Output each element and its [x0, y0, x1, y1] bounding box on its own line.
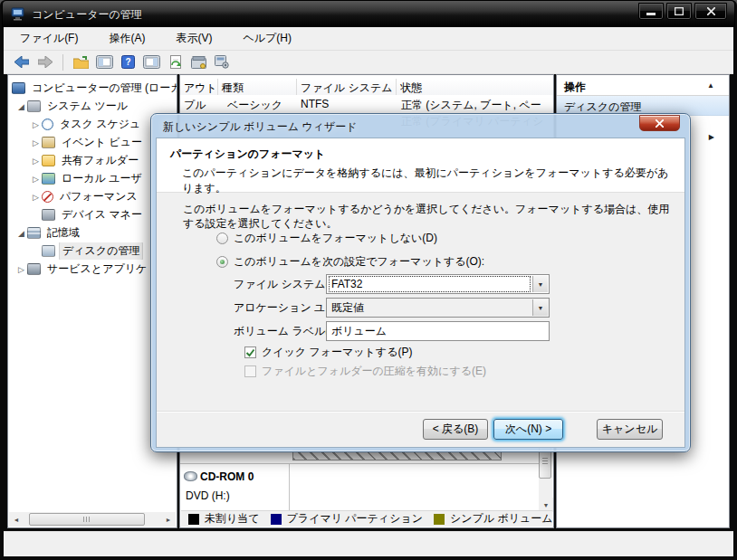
minimize-button[interactable] [638, 3, 664, 20]
legend-swatch-unallocated [188, 514, 199, 525]
divider [157, 411, 684, 413]
system-tools-icon [27, 100, 41, 112]
forward-icon[interactable] [36, 54, 53, 70]
volume-row-cell[interactable]: プル [180, 97, 218, 112]
wizard-page-title: パーティションのフォーマット [170, 147, 325, 162]
volume-list-header: アウト 種類 ファイル システム 状態 [180, 79, 553, 95]
volume-row-cell[interactable]: 正常 (システム, ブート, ペー [397, 97, 553, 112]
event-viewer-icon [42, 137, 55, 148]
shared-folders-icon [42, 155, 55, 166]
tree-collapsed-icon[interactable]: ▷ [30, 138, 42, 147]
performance-icon [42, 191, 53, 203]
new-simple-volume-wizard-dialog: 新しいシンプル ボリューム ウィザード パーティションのフォーマット このパーテ… [150, 113, 691, 452]
radio-no-format[interactable]: このボリュームをフォーマットしない(D) [216, 231, 437, 246]
refresh-icon[interactable] [167, 54, 184, 70]
window-controls [636, 3, 727, 20]
cdrom-drive-letter[interactable]: DVD (H:) [186, 489, 230, 502]
legend-swatch-simple-volume [434, 514, 445, 525]
checkbox-unchecked-icon[interactable] [244, 365, 256, 377]
back-icon[interactable] [13, 54, 30, 70]
radio-selected-icon[interactable] [216, 256, 228, 268]
settings-icon[interactable] [214, 54, 231, 70]
dropdown-arrow-icon[interactable]: ▼ [532, 276, 548, 292]
thumb-grip [542, 458, 548, 465]
window-title: コンピューターの管理 [32, 7, 142, 23]
computer-icon [12, 82, 25, 94]
thumb-grip [83, 517, 91, 522]
allocation-unit-select[interactable]: 既定値 ▼ [326, 298, 550, 318]
radio-label: このボリュームを次の設定でフォーマットする(O): [234, 254, 484, 270]
dialog-body: パーティションのフォーマット このパーティションにデータを格納するには、最初にパ… [156, 138, 685, 448]
menu-view[interactable]: 表示(V) [172, 29, 215, 48]
dropdown-arrow-icon[interactable]: ▼ [532, 299, 548, 316]
tree-collapsed-icon[interactable]: ▷ [30, 175, 42, 184]
tree-collapsed-icon[interactable]: ▷ [30, 193, 42, 202]
column-type[interactable]: 種類 [218, 79, 297, 95]
checkbox-label: クイック フォーマットする(P) [262, 345, 412, 360]
column-file-system[interactable]: ファイル システム [297, 79, 397, 95]
radio-label: このボリュームをフォーマットしない(D) [234, 231, 437, 246]
storage-icon [27, 227, 41, 239]
disk-view-divider [289, 463, 290, 512]
radio-icon[interactable] [216, 233, 228, 244]
radio-format-with-settings[interactable]: このボリュームを次の設定でフォーマットする(O): [216, 254, 484, 270]
disk-view-divider [180, 463, 542, 464]
svg-text:?: ? [125, 57, 130, 67]
column-status[interactable]: 状態 [397, 79, 553, 95]
legend-label: シンプル ボリューム [450, 511, 553, 527]
services-icon [27, 263, 41, 275]
disk-view-vertical-scrollbar[interactable]: ▼ [539, 442, 552, 512]
console-window-icon[interactable] [96, 54, 113, 70]
legend-label: 未割り当て [205, 511, 260, 527]
cdrom-title[interactable]: CD-ROM 0 [200, 470, 254, 483]
close-button[interactable] [694, 3, 727, 20]
tree-expanded-icon[interactable]: ◢ [15, 102, 27, 111]
volume-row-cell[interactable]: ベーシック [224, 97, 297, 112]
scrollbar-thumb[interactable] [29, 513, 145, 526]
tree-horizontal-scrollbar[interactable]: ◄ ► [9, 512, 176, 527]
file-system-select[interactable]: FAT32 ▼ [326, 274, 550, 294]
next-button[interactable]: 次へ(N) > [493, 419, 563, 440]
computer-management-window: コンピューターの管理 ファイル(F) 操作(A) 表示(V) ヘルプ(H) [0, 0, 737, 560]
volume-label-input[interactable]: ボリューム [326, 321, 550, 341]
expand-arrow-icon[interactable]: ▶ [709, 133, 714, 141]
tree-item-system-tools[interactable]: ◢ システム ツール [8, 98, 177, 115]
column-layout[interactable]: アウト [180, 79, 218, 95]
volume-row-cell[interactable]: NTFS [297, 97, 397, 112]
tree-collapsed-icon[interactable]: ▷ [30, 120, 42, 129]
maximize-button[interactable] [666, 3, 692, 20]
checkbox-label: ファイルとフォルダーの圧縮を有効にする(E) [262, 364, 486, 379]
tree-collapsed-icon[interactable]: ▷ [30, 157, 42, 166]
wizard-page-subtitle: このパーティションにデータを格納するには、最初にパーティションをフォーマットする… [182, 166, 675, 196]
action-pane-icon[interactable] [143, 54, 160, 70]
scroll-right-icon[interactable]: ► [161, 512, 176, 527]
menu-action[interactable]: 操作(A) [105, 29, 148, 48]
toolbar: ? [4, 51, 733, 74]
window-titlebar[interactable]: コンピューターの管理 [2, 0, 735, 27]
show-console-tree-icon[interactable] [72, 54, 90, 70]
allocation-unit-value: 既定値 [330, 300, 530, 315]
legend-swatch-primary-partition [271, 514, 282, 525]
dialog-close-button[interactable] [639, 115, 680, 131]
tree-collapsed-icon[interactable]: ▷ [15, 265, 27, 274]
legend-label: プライマリ パーティション [287, 511, 423, 527]
menu-help[interactable]: ヘルプ(H) [239, 29, 295, 48]
dialog-title: 新しいシンプル ボリューム ウィザード [163, 119, 358, 135]
back-button[interactable]: < 戻る(B) [423, 419, 488, 440]
menu-bar: ファイル(F) 操作(A) 表示(V) ヘルプ(H) [4, 27, 733, 51]
local-users-icon [42, 173, 55, 185]
disk-management-icon [42, 245, 55, 257]
cdrom-icon [184, 471, 197, 481]
device-manager-icon [42, 209, 55, 221]
quick-format-checkbox[interactable]: クイック フォーマットする(P) [244, 345, 412, 360]
menu-file[interactable]: ファイル(F) [16, 29, 81, 48]
collapse-arrow-icon[interactable]: ▲ [707, 81, 714, 90]
disk-icon[interactable] [190, 54, 207, 70]
scroll-left-icon[interactable]: ◄ [9, 512, 24, 527]
tree-expanded-icon[interactable]: ◢ [15, 229, 27, 238]
checkbox-checked-icon[interactable] [244, 346, 256, 358]
cancel-button[interactable]: キャンセル [597, 419, 663, 440]
help-icon[interactable]: ? [120, 54, 137, 70]
compression-checkbox[interactable]: ファイルとフォルダーの圧縮を有効にする(E) [244, 364, 486, 379]
tree-item-computer-management[interactable]: コンピューターの管理 (ローカ [8, 80, 177, 97]
